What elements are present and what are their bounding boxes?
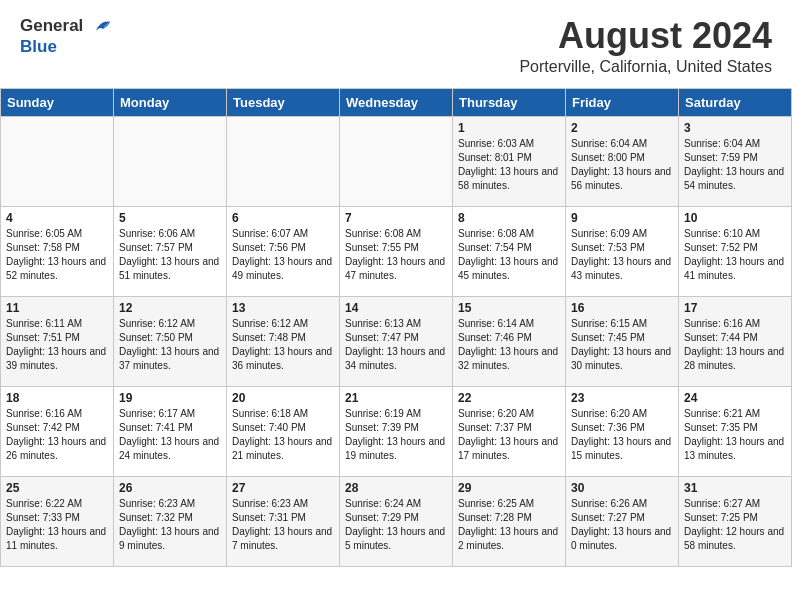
day-info: Sunrise: 6:09 AMSunset: 7:53 PMDaylight:…: [571, 227, 673, 283]
day-info: Sunrise: 6:20 AMSunset: 7:36 PMDaylight:…: [571, 407, 673, 463]
day-number: 22: [458, 391, 560, 405]
table-row: 29 Sunrise: 6:25 AMSunset: 7:28 PMDaylig…: [453, 476, 566, 566]
day-number: 9: [571, 211, 673, 225]
day-info: Sunrise: 6:27 AMSunset: 7:25 PMDaylight:…: [684, 497, 786, 553]
day-info: Sunrise: 6:18 AMSunset: 7:40 PMDaylight:…: [232, 407, 334, 463]
day-number: 24: [684, 391, 786, 405]
day-number: 4: [6, 211, 108, 225]
table-row: 31 Sunrise: 6:27 AMSunset: 7:25 PMDaylig…: [679, 476, 792, 566]
day-number: 29: [458, 481, 560, 495]
month-year-title: August 2024: [519, 16, 772, 56]
day-info: Sunrise: 6:20 AMSunset: 7:37 PMDaylight:…: [458, 407, 560, 463]
day-info: Sunrise: 6:21 AMSunset: 7:35 PMDaylight:…: [684, 407, 786, 463]
table-row: 21 Sunrise: 6:19 AMSunset: 7:39 PMDaylig…: [340, 386, 453, 476]
calendar-table: Sunday Monday Tuesday Wednesday Thursday…: [0, 88, 792, 567]
table-row: 16 Sunrise: 6:15 AMSunset: 7:45 PMDaylig…: [566, 296, 679, 386]
col-saturday: Saturday: [679, 88, 792, 116]
day-number: 5: [119, 211, 221, 225]
table-row: 18 Sunrise: 6:16 AMSunset: 7:42 PMDaylig…: [1, 386, 114, 476]
day-number: 31: [684, 481, 786, 495]
day-number: 7: [345, 211, 447, 225]
day-number: 17: [684, 301, 786, 315]
day-number: 18: [6, 391, 108, 405]
day-number: 3: [684, 121, 786, 135]
day-info: Sunrise: 6:12 AMSunset: 7:48 PMDaylight:…: [232, 317, 334, 373]
table-row: 22 Sunrise: 6:20 AMSunset: 7:37 PMDaylig…: [453, 386, 566, 476]
day-info: Sunrise: 6:15 AMSunset: 7:45 PMDaylight:…: [571, 317, 673, 373]
day-info: Sunrise: 6:06 AMSunset: 7:57 PMDaylight:…: [119, 227, 221, 283]
table-row: 3 Sunrise: 6:04 AMSunset: 7:59 PMDayligh…: [679, 116, 792, 206]
day-number: 14: [345, 301, 447, 315]
table-row: 27 Sunrise: 6:23 AMSunset: 7:31 PMDaylig…: [227, 476, 340, 566]
logo: General Blue: [20, 16, 112, 57]
day-number: 30: [571, 481, 673, 495]
day-info: Sunrise: 6:04 AMSunset: 7:59 PMDaylight:…: [684, 137, 786, 193]
day-info: Sunrise: 6:22 AMSunset: 7:33 PMDaylight:…: [6, 497, 108, 553]
day-info: Sunrise: 6:19 AMSunset: 7:39 PMDaylight:…: [345, 407, 447, 463]
calendar-week-2: 4 Sunrise: 6:05 AMSunset: 7:58 PMDayligh…: [1, 206, 792, 296]
table-row: 14 Sunrise: 6:13 AMSunset: 7:47 PMDaylig…: [340, 296, 453, 386]
day-number: 20: [232, 391, 334, 405]
day-info: Sunrise: 6:16 AMSunset: 7:42 PMDaylight:…: [6, 407, 108, 463]
col-sunday: Sunday: [1, 88, 114, 116]
table-row: 6 Sunrise: 6:07 AMSunset: 7:56 PMDayligh…: [227, 206, 340, 296]
table-row: 1 Sunrise: 6:03 AMSunset: 8:01 PMDayligh…: [453, 116, 566, 206]
day-info: Sunrise: 6:11 AMSunset: 7:51 PMDaylight:…: [6, 317, 108, 373]
day-number: 10: [684, 211, 786, 225]
col-thursday: Thursday: [453, 88, 566, 116]
table-row: [114, 116, 227, 206]
table-row: [227, 116, 340, 206]
calendar-week-4: 18 Sunrise: 6:16 AMSunset: 7:42 PMDaylig…: [1, 386, 792, 476]
day-info: Sunrise: 6:24 AMSunset: 7:29 PMDaylight:…: [345, 497, 447, 553]
day-info: Sunrise: 6:14 AMSunset: 7:46 PMDaylight:…: [458, 317, 560, 373]
table-row: 28 Sunrise: 6:24 AMSunset: 7:29 PMDaylig…: [340, 476, 453, 566]
calendar-week-5: 25 Sunrise: 6:22 AMSunset: 7:33 PMDaylig…: [1, 476, 792, 566]
table-row: 13 Sunrise: 6:12 AMSunset: 7:48 PMDaylig…: [227, 296, 340, 386]
day-info: Sunrise: 6:16 AMSunset: 7:44 PMDaylight:…: [684, 317, 786, 373]
table-row: 2 Sunrise: 6:04 AMSunset: 8:00 PMDayligh…: [566, 116, 679, 206]
table-row: 30 Sunrise: 6:26 AMSunset: 7:27 PMDaylig…: [566, 476, 679, 566]
calendar-week-1: 1 Sunrise: 6:03 AMSunset: 8:01 PMDayligh…: [1, 116, 792, 206]
table-row: 5 Sunrise: 6:06 AMSunset: 7:57 PMDayligh…: [114, 206, 227, 296]
day-number: 25: [6, 481, 108, 495]
day-number: 16: [571, 301, 673, 315]
calendar-week-3: 11 Sunrise: 6:11 AMSunset: 7:51 PMDaylig…: [1, 296, 792, 386]
table-row: [1, 116, 114, 206]
day-number: 26: [119, 481, 221, 495]
day-number: 19: [119, 391, 221, 405]
table-row: 24 Sunrise: 6:21 AMSunset: 7:35 PMDaylig…: [679, 386, 792, 476]
logo-text-general: General: [20, 16, 83, 35]
day-info: Sunrise: 6:13 AMSunset: 7:47 PMDaylight:…: [345, 317, 447, 373]
day-info: Sunrise: 6:25 AMSunset: 7:28 PMDaylight:…: [458, 497, 560, 553]
table-row: 7 Sunrise: 6:08 AMSunset: 7:55 PMDayligh…: [340, 206, 453, 296]
table-row: 17 Sunrise: 6:16 AMSunset: 7:44 PMDaylig…: [679, 296, 792, 386]
table-row: 11 Sunrise: 6:11 AMSunset: 7:51 PMDaylig…: [1, 296, 114, 386]
day-info: Sunrise: 6:17 AMSunset: 7:41 PMDaylight:…: [119, 407, 221, 463]
table-row: 19 Sunrise: 6:17 AMSunset: 7:41 PMDaylig…: [114, 386, 227, 476]
table-row: 10 Sunrise: 6:10 AMSunset: 7:52 PMDaylig…: [679, 206, 792, 296]
day-info: Sunrise: 6:26 AMSunset: 7:27 PMDaylight:…: [571, 497, 673, 553]
day-info: Sunrise: 6:08 AMSunset: 7:55 PMDaylight:…: [345, 227, 447, 283]
calendar-header-row: Sunday Monday Tuesday Wednesday Thursday…: [1, 88, 792, 116]
logo-bird-icon: [90, 16, 112, 38]
day-number: 23: [571, 391, 673, 405]
day-number: 2: [571, 121, 673, 135]
table-row: 8 Sunrise: 6:08 AMSunset: 7:54 PMDayligh…: [453, 206, 566, 296]
day-number: 28: [345, 481, 447, 495]
day-info: Sunrise: 6:03 AMSunset: 8:01 PMDaylight:…: [458, 137, 560, 193]
table-row: 20 Sunrise: 6:18 AMSunset: 7:40 PMDaylig…: [227, 386, 340, 476]
table-row: 25 Sunrise: 6:22 AMSunset: 7:33 PMDaylig…: [1, 476, 114, 566]
page-header: General Blue August 2024 Porterville, Ca…: [0, 0, 792, 80]
day-info: Sunrise: 6:23 AMSunset: 7:31 PMDaylight:…: [232, 497, 334, 553]
day-number: 15: [458, 301, 560, 315]
table-row: 15 Sunrise: 6:14 AMSunset: 7:46 PMDaylig…: [453, 296, 566, 386]
day-info: Sunrise: 6:12 AMSunset: 7:50 PMDaylight:…: [119, 317, 221, 373]
day-number: 8: [458, 211, 560, 225]
day-number: 13: [232, 301, 334, 315]
day-number: 11: [6, 301, 108, 315]
day-info: Sunrise: 6:05 AMSunset: 7:58 PMDaylight:…: [6, 227, 108, 283]
day-info: Sunrise: 6:08 AMSunset: 7:54 PMDaylight:…: [458, 227, 560, 283]
day-number: 6: [232, 211, 334, 225]
day-number: 1: [458, 121, 560, 135]
table-row: [340, 116, 453, 206]
